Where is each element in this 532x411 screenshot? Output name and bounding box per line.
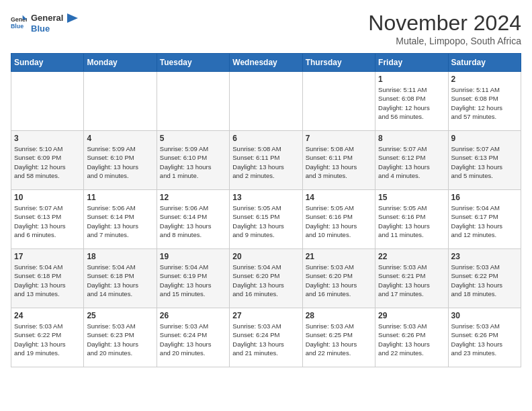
day-number: 23 [451, 252, 518, 261]
logo: General Blue General Blue [11, 11, 78, 34]
day-info: Sunrise: 5:05 AM Sunset: 6:16 PM Dayligh… [306, 203, 372, 239]
calendar-day-cell: 4Sunrise: 5:09 AM Sunset: 6:10 PM Daylig… [84, 131, 157, 190]
day-info: Sunrise: 5:03 AM Sunset: 6:26 PM Dayligh… [451, 322, 518, 357]
weekday-header-wednesday: Wednesday [230, 54, 302, 72]
calendar-day-cell [230, 72, 302, 131]
calendar-day-cell: 23Sunrise: 5:03 AM Sunset: 6:22 PM Dayli… [448, 249, 521, 308]
day-info: Sunrise: 5:03 AM Sunset: 6:24 PM Dayligh… [160, 322, 226, 357]
day-number: 29 [378, 311, 445, 320]
day-info: Sunrise: 5:04 AM Sunset: 6:18 PM Dayligh… [87, 263, 153, 298]
day-number: 19 [160, 252, 226, 261]
day-number: 30 [451, 311, 518, 320]
svg-text:Blue: Blue [11, 23, 24, 30]
day-info: Sunrise: 5:10 AM Sunset: 6:09 PM Dayligh… [14, 144, 81, 180]
calendar-day-cell: 27Sunrise: 5:03 AM Sunset: 6:24 PM Dayli… [230, 308, 302, 367]
calendar-day-cell: 12Sunrise: 5:06 AM Sunset: 6:14 PM Dayli… [157, 190, 229, 249]
day-info: Sunrise: 5:03 AM Sunset: 6:21 PM Dayligh… [378, 263, 445, 298]
logo-blue-text: Blue [31, 24, 78, 34]
logo-icon: General Blue [11, 14, 27, 30]
calendar-day-cell: 13Sunrise: 5:05 AM Sunset: 6:15 PM Dayli… [230, 190, 302, 249]
day-info: Sunrise: 5:06 AM Sunset: 6:14 PM Dayligh… [87, 203, 153, 239]
calendar-day-cell: 29Sunrise: 5:03 AM Sunset: 6:26 PM Dayli… [375, 308, 448, 367]
calendar-day-cell [302, 72, 375, 131]
weekday-header-friday: Friday [375, 54, 448, 72]
day-info: Sunrise: 5:04 AM Sunset: 6:18 PM Dayligh… [14, 263, 81, 298]
calendar-table: SundayMondayTuesdayWednesdayThursdayFrid… [11, 53, 521, 367]
day-info: Sunrise: 5:07 AM Sunset: 6:13 PM Dayligh… [14, 203, 81, 239]
month-title: November 2024 [368, 11, 521, 36]
location-title: Mutale, Limpopo, South Africa [368, 36, 521, 46]
day-info: Sunrise: 5:08 AM Sunset: 6:11 PM Dayligh… [306, 144, 372, 180]
calendar-day-cell: 22Sunrise: 5:03 AM Sunset: 6:21 PM Dayli… [375, 249, 448, 308]
calendar-day-cell: 5Sunrise: 5:09 AM Sunset: 6:10 PM Daylig… [157, 131, 229, 190]
day-number: 10 [14, 193, 81, 202]
calendar-day-cell: 30Sunrise: 5:03 AM Sunset: 6:26 PM Dayli… [448, 308, 521, 367]
day-info: Sunrise: 5:03 AM Sunset: 6:26 PM Dayligh… [378, 322, 445, 357]
day-info: Sunrise: 5:07 AM Sunset: 6:12 PM Dayligh… [378, 144, 445, 180]
day-info: Sunrise: 5:04 AM Sunset: 6:17 PM Dayligh… [451, 203, 518, 239]
day-number: 8 [378, 134, 445, 143]
day-number: 2 [451, 75, 518, 84]
day-info: Sunrise: 5:03 AM Sunset: 6:25 PM Dayligh… [306, 322, 372, 357]
logo-general-text: General [31, 13, 66, 23]
calendar-day-cell: 8Sunrise: 5:07 AM Sunset: 6:12 PM Daylig… [375, 131, 448, 190]
logo-arrow-icon [67, 13, 78, 23]
calendar-day-cell: 3Sunrise: 5:10 AM Sunset: 6:09 PM Daylig… [11, 131, 84, 190]
page-header: General Blue General Blue November 2024 … [11, 11, 521, 46]
weekday-header-saturday: Saturday [448, 54, 521, 72]
calendar-day-cell: 21Sunrise: 5:03 AM Sunset: 6:20 PM Dayli… [302, 249, 375, 308]
calendar-day-cell: 25Sunrise: 5:03 AM Sunset: 6:23 PM Dayli… [84, 308, 157, 367]
day-number: 3 [14, 134, 81, 143]
day-number: 7 [306, 134, 372, 143]
calendar-day-cell: 18Sunrise: 5:04 AM Sunset: 6:18 PM Dayli… [84, 249, 157, 308]
day-info: Sunrise: 5:09 AM Sunset: 6:10 PM Dayligh… [160, 144, 226, 180]
calendar-day-cell: 16Sunrise: 5:04 AM Sunset: 6:17 PM Dayli… [448, 190, 521, 249]
calendar-day-cell: 6Sunrise: 5:08 AM Sunset: 6:11 PM Daylig… [230, 131, 302, 190]
calendar-day-cell: 14Sunrise: 5:05 AM Sunset: 6:16 PM Dayli… [302, 190, 375, 249]
weekday-header-tuesday: Tuesday [157, 54, 229, 72]
day-number: 9 [451, 134, 518, 143]
calendar-day-cell: 9Sunrise: 5:07 AM Sunset: 6:13 PM Daylig… [448, 131, 521, 190]
calendar-week-row: 10Sunrise: 5:07 AM Sunset: 6:13 PM Dayli… [11, 190, 521, 249]
calendar-day-cell: 1Sunrise: 5:11 AM Sunset: 6:08 PM Daylig… [375, 72, 448, 131]
day-info: Sunrise: 5:03 AM Sunset: 6:20 PM Dayligh… [306, 263, 372, 298]
calendar-day-cell: 26Sunrise: 5:03 AM Sunset: 6:24 PM Dayli… [157, 308, 229, 367]
day-number: 20 [232, 252, 299, 261]
calendar-day-cell: 15Sunrise: 5:05 AM Sunset: 6:16 PM Dayli… [375, 190, 448, 249]
calendar-week-row: 17Sunrise: 5:04 AM Sunset: 6:18 PM Dayli… [11, 249, 521, 308]
svg-marker-3 [67, 13, 78, 23]
day-number: 27 [232, 311, 299, 320]
day-info: Sunrise: 5:09 AM Sunset: 6:10 PM Dayligh… [87, 144, 153, 180]
calendar-day-cell: 10Sunrise: 5:07 AM Sunset: 6:13 PM Dayli… [11, 190, 84, 249]
weekday-header-row: SundayMondayTuesdayWednesdayThursdayFrid… [11, 54, 521, 72]
calendar-day-cell: 2Sunrise: 5:11 AM Sunset: 6:08 PM Daylig… [448, 72, 521, 131]
day-number: 17 [14, 252, 81, 261]
day-info: Sunrise: 5:03 AM Sunset: 6:24 PM Dayligh… [232, 322, 299, 357]
day-number: 14 [306, 193, 372, 202]
day-number: 22 [378, 252, 445, 261]
day-number: 15 [378, 193, 445, 202]
day-number: 26 [160, 311, 226, 320]
title-area: November 2024 Mutale, Limpopo, South Afr… [368, 11, 521, 46]
weekday-header-thursday: Thursday [302, 54, 375, 72]
day-info: Sunrise: 5:05 AM Sunset: 6:16 PM Dayligh… [378, 203, 445, 239]
day-number: 13 [232, 193, 299, 202]
day-number: 5 [160, 134, 226, 143]
day-number: 11 [87, 193, 153, 202]
day-number: 6 [232, 134, 299, 143]
day-info: Sunrise: 5:05 AM Sunset: 6:15 PM Dayligh… [232, 203, 299, 239]
calendar-day-cell: 28Sunrise: 5:03 AM Sunset: 6:25 PM Dayli… [302, 308, 375, 367]
day-info: Sunrise: 5:03 AM Sunset: 6:23 PM Dayligh… [87, 322, 153, 357]
day-info: Sunrise: 5:06 AM Sunset: 6:14 PM Dayligh… [160, 203, 226, 239]
calendar-day-cell: 17Sunrise: 5:04 AM Sunset: 6:18 PM Dayli… [11, 249, 84, 308]
day-number: 12 [160, 193, 226, 202]
calendar-week-row: 24Sunrise: 5:03 AM Sunset: 6:22 PM Dayli… [11, 308, 521, 367]
calendar-day-cell [157, 72, 229, 131]
weekday-header-monday: Monday [84, 54, 157, 72]
day-info: Sunrise: 5:07 AM Sunset: 6:13 PM Dayligh… [451, 144, 518, 180]
day-number: 25 [87, 311, 153, 320]
day-info: Sunrise: 5:08 AM Sunset: 6:11 PM Dayligh… [232, 144, 299, 180]
day-number: 4 [87, 134, 153, 143]
calendar-day-cell [11, 72, 84, 131]
day-info: Sunrise: 5:03 AM Sunset: 6:22 PM Dayligh… [451, 263, 518, 298]
